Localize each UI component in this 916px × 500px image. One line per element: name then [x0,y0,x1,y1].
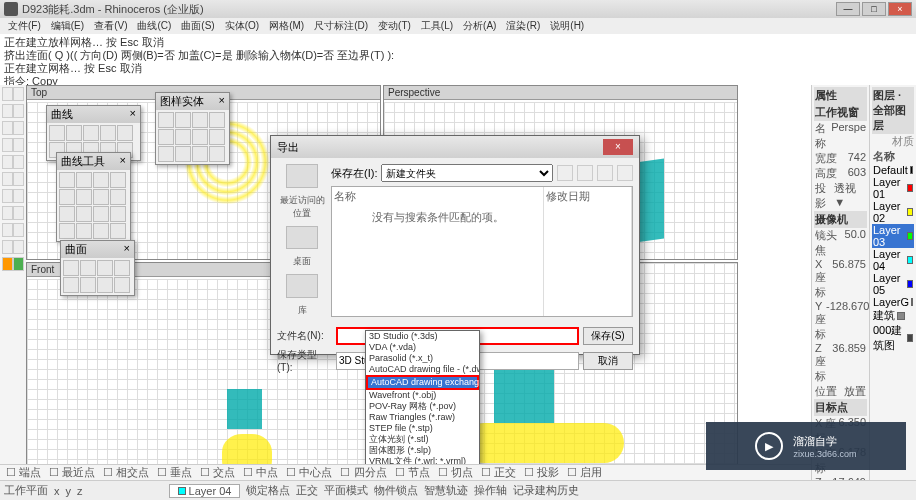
menu-analysis[interactable]: 分析(A) [459,19,500,33]
format-option[interactable]: Raw Triangles (*.raw) [366,412,479,423]
palette-tool[interactable] [110,223,126,239]
menu-dim[interactable]: 尺寸标注(D) [310,19,372,33]
menu-view[interactable]: 查看(V) [90,19,131,33]
tool-curve[interactable] [2,172,13,186]
osnap-item[interactable]: ☐ 垂点 [157,465,192,480]
layer-row[interactable]: 建筑 [872,308,914,323]
palette-tool[interactable] [100,125,116,141]
osnap-item[interactable]: ☐ 正交 [481,465,516,480]
status-history[interactable]: 记录建构历史 [513,483,579,498]
palette-surface[interactable]: 曲面× [60,240,135,296]
tool-solid[interactable] [2,189,13,203]
menu-mesh[interactable]: 网格(M) [265,19,308,33]
layer-swatch[interactable] [897,312,905,320]
status-snap[interactable]: 锁定格点 [246,483,290,498]
menu-solid[interactable]: 实体(O) [221,19,263,33]
menu-help[interactable]: 说明(H) [546,19,588,33]
layer-swatch[interactable] [907,232,913,240]
recent-icon[interactable] [286,164,318,188]
palette-tool[interactable] [93,189,109,205]
palette-tool[interactable] [158,146,174,162]
tool-rotate[interactable] [13,206,24,220]
save-button[interactable]: 保存(S) [583,327,633,345]
palette-tool[interactable] [114,277,130,293]
menu-curve[interactable]: 曲线(C) [133,19,175,33]
palette-close-icon[interactable]: × [130,107,136,122]
layer-swatch[interactable] [907,208,913,216]
layer-swatch[interactable] [907,256,913,264]
tool-lasso[interactable] [13,87,24,101]
format-option[interactable]: 立体光刻 (*.stl) [366,434,479,445]
format-option[interactable]: POV-Ray 网格 (*.pov) [366,401,479,412]
layer-row[interactable]: Layer 05 [872,272,914,296]
palette-tool[interactable] [59,206,75,222]
palette-tool[interactable] [209,112,225,128]
palette-tool[interactable] [97,260,113,276]
layer-row[interactable]: 000建筑图 [872,323,914,353]
format-option[interactable]: AutoCAD drawing file - (*.dwg) [366,364,479,375]
prop-val[interactable]: -128.670 [826,300,869,342]
up-icon[interactable] [577,165,593,181]
palette-tool[interactable] [192,146,208,162]
menu-file[interactable]: 文件(F) [4,19,45,33]
layer-row[interactable]: Default [872,164,914,176]
osnap-item[interactable]: ☐ 中点 [243,465,278,480]
cancel-button[interactable]: 取消 [583,352,633,370]
tool-point[interactable] [2,104,13,118]
menu-transform[interactable]: 变动(T) [374,19,415,33]
palette-tool[interactable] [93,206,109,222]
palette-curvetool[interactable]: 曲线工具× [56,152,131,242]
layer-swatch[interactable] [910,166,913,174]
palette-tool[interactable] [158,129,174,145]
palette-tool[interactable] [63,260,79,276]
tool-polyline[interactable] [2,121,13,135]
layer-row[interactable]: Layer 01 [872,176,914,200]
prop-val[interactable]: 透视 ▼ [834,181,866,211]
palette-tool[interactable] [76,206,92,222]
tool-polygon[interactable] [2,155,13,169]
format-option[interactable]: VDA (*.vda) [366,342,479,353]
palette-tool[interactable] [209,146,225,162]
palette-tool[interactable] [97,277,113,293]
tool-circle[interactable] [13,121,24,135]
menu-render[interactable]: 渲染(R) [502,19,544,33]
osnap-item[interactable]: ☐ 启用 [567,465,602,480]
status-ortho[interactable]: 正交 [296,483,318,498]
palette-tool[interactable] [192,112,208,128]
minimize-button[interactable]: — [836,2,860,16]
maximize-button[interactable]: □ [862,2,886,16]
folder-select[interactable]: 新建文件夹 [381,164,553,182]
layer-swatch[interactable] [911,298,913,306]
osnap-item[interactable]: ☐ 切点 [438,465,473,480]
palette-close-icon[interactable]: × [219,94,225,109]
palette-tool[interactable] [209,129,225,145]
tool-explode[interactable] [2,257,13,271]
tool-select[interactable] [2,87,13,101]
tab-material[interactable]: 材质 [872,134,914,149]
format-option[interactable]: Wavefront (*.obj) [366,390,479,401]
palette-tool[interactable] [93,223,109,239]
menu-tools[interactable]: 工具(L) [417,19,457,33]
tool-move[interactable] [2,206,13,220]
palette-tool[interactable] [110,172,126,188]
palette-tool[interactable] [59,172,75,188]
layer-swatch[interactable] [907,334,913,342]
layer-row[interactable]: LayerG [872,296,914,308]
palette-close-icon[interactable]: × [124,242,130,257]
prop-val[interactable]: 56.875 [832,258,866,300]
palette-tool[interactable] [192,129,208,145]
osnap-item[interactable]: ☐ 节点 [395,465,430,480]
format-option[interactable]: 固体图形 (*.slp) [366,445,479,456]
palette-tool[interactable] [175,129,191,145]
back-icon[interactable] [557,165,573,181]
viewmenu-icon[interactable] [617,165,633,181]
format-option[interactable]: 3D Studio (*.3ds) [366,331,479,342]
tool-arc[interactable] [2,138,13,152]
prop-val[interactable]: 放置 [844,384,866,399]
layer-row[interactable]: Layer 02 [872,200,914,224]
tool-mesh[interactable] [13,189,24,203]
palette-tool[interactable] [76,189,92,205]
osnap-item[interactable]: ☐ 四分点 [340,465,386,480]
file-list[interactable]: 名称没有与搜索条件匹配的项。 修改日期 [331,186,633,317]
palette-tool[interactable] [110,189,126,205]
